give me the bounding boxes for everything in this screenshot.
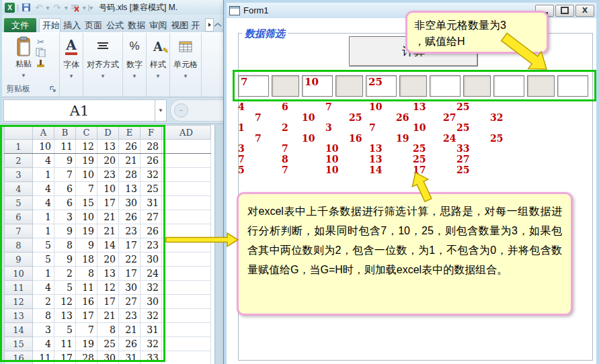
- column-header[interactable]: D: [97, 126, 119, 140]
- sheet-cell[interactable]: 32: [141, 337, 162, 351]
- sheet-cell[interactable]: 21: [97, 210, 119, 224]
- column-header[interactable]: AD: [162, 126, 211, 140]
- sheet-cell[interactable]: [162, 224, 211, 238]
- sheet-cell[interactable]: 8: [76, 267, 97, 281]
- sheet-cell[interactable]: 30: [119, 196, 141, 210]
- sheet-cell[interactable]: [162, 351, 211, 364]
- row-header[interactable]: 3: [5, 168, 33, 182]
- sheet-cell[interactable]: 4: [33, 196, 54, 210]
- name-box[interactable]: A1: [3, 99, 155, 122]
- row-header[interactable]: 14: [5, 323, 33, 337]
- sheet-cell[interactable]: 10: [76, 210, 97, 224]
- sheet-cell[interactable]: 17: [54, 351, 76, 364]
- row-header[interactable]: 6: [5, 210, 33, 224]
- sheet-cell[interactable]: [162, 267, 211, 281]
- form-textbox[interactable]: [557, 75, 588, 97]
- sheet-cell[interactable]: 3: [54, 210, 76, 224]
- redo-icon[interactable]: ↷: [52, 2, 63, 13]
- sheet-cell[interactable]: [162, 168, 211, 182]
- sheet-cell[interactable]: 20: [97, 154, 119, 168]
- sheet-cell[interactable]: 19: [76, 154, 97, 168]
- chevron-down-icon[interactable]: ▼: [155, 73, 161, 79]
- select-all-corner[interactable]: [5, 126, 33, 140]
- sheet-cell[interactable]: 23: [97, 168, 119, 182]
- tab-file[interactable]: 文件: [4, 18, 36, 32]
- sheet-cell[interactable]: 3: [33, 323, 54, 337]
- insert-function-icon[interactable]: −: [174, 103, 188, 118]
- row-header[interactable]: 13: [5, 309, 33, 323]
- sheet-cell[interactable]: 5: [54, 323, 76, 337]
- column-header[interactable]: C: [76, 126, 97, 140]
- sheet-cell[interactable]: [162, 238, 211, 253]
- sheet-cell[interactable]: 32: [141, 168, 162, 182]
- sheet-cell[interactable]: 21: [119, 154, 141, 168]
- form-textbox[interactable]: [399, 75, 427, 97]
- sheet-cell[interactable]: [162, 295, 211, 309]
- sheet-cell[interactable]: 7: [76, 323, 97, 337]
- row-header[interactable]: 11: [5, 281, 33, 295]
- ribbon-group-font[interactable]: A 字体 ▼: [60, 33, 83, 97]
- sheet-cell[interactable]: 8: [33, 309, 54, 323]
- custom-command-icon[interactable]: [70, 2, 81, 13]
- tab-review[interactable]: 审阅: [147, 18, 168, 32]
- maximize-button[interactable]: [555, 5, 574, 17]
- sheet-cell[interactable]: 14: [97, 238, 119, 253]
- sheet-cell[interactable]: 1: [33, 267, 54, 281]
- row-header[interactable]: 15: [5, 337, 33, 351]
- sheet-cell[interactable]: 13: [97, 267, 119, 281]
- ribbon-group-styles[interactable]: A✎ 样式 ▼: [147, 33, 170, 97]
- sheet-cell[interactable]: 4: [33, 182, 54, 196]
- sheet-cell[interactable]: 8: [54, 238, 76, 253]
- sheet-cell[interactable]: 22: [119, 253, 141, 267]
- sheet-cell[interactable]: 10: [97, 182, 119, 196]
- sheet-cell[interactable]: 6: [54, 196, 76, 210]
- sheet-cell[interactable]: [162, 154, 211, 168]
- sheet-cell[interactable]: [162, 140, 211, 154]
- tab-formulas[interactable]: 公式: [104, 18, 125, 32]
- sheet-cell[interactable]: 21: [97, 309, 119, 323]
- sheet-cell[interactable]: 5: [33, 238, 54, 253]
- sheet-cell[interactable]: 13: [54, 309, 76, 323]
- sheet-cell[interactable]: 17: [76, 309, 97, 323]
- sheet-cell[interactable]: 31: [141, 323, 162, 337]
- tab-view[interactable]: 视图: [168, 18, 190, 32]
- form-textbox[interactable]: [430, 75, 461, 97]
- format-painter-icon[interactable]: [36, 58, 46, 68]
- row-header[interactable]: 16: [5, 351, 33, 364]
- sheet-cell[interactable]: 11: [54, 337, 76, 351]
- sheet-cell[interactable]: 9: [54, 154, 76, 168]
- sheet-cell[interactable]: 6: [54, 182, 76, 196]
- dialog-launcher-icon[interactable]: [49, 85, 56, 93]
- sheet-cell[interactable]: 30: [141, 295, 162, 309]
- sheet-cell[interactable]: 33: [141, 351, 162, 364]
- row-header[interactable]: 7: [5, 224, 33, 238]
- sheet-cell[interactable]: 5: [54, 281, 76, 295]
- sheet-cell[interactable]: 20: [97, 253, 119, 267]
- ribbon-collapse-icon[interactable]: [214, 19, 222, 30]
- cut-icon[interactable]: ✂: [37, 38, 44, 46]
- sheet-cell[interactable]: 32: [141, 281, 162, 295]
- sheet-cell[interactable]: 1: [33, 168, 54, 182]
- tab-home[interactable]: 开始: [39, 18, 61, 32]
- row-header[interactable]: 8: [5, 238, 33, 253]
- form-textbox[interactable]: [493, 75, 524, 97]
- sheet-cell[interactable]: 7: [54, 168, 76, 182]
- form-textbox[interactable]: [335, 75, 363, 97]
- sheet-cell[interactable]: 24: [141, 267, 162, 281]
- sheet-cell[interactable]: 9: [76, 238, 97, 253]
- sheet-cell[interactable]: 32: [141, 309, 162, 323]
- sheet-cell[interactable]: 30: [119, 281, 141, 295]
- sheet-cell[interactable]: 31: [141, 196, 162, 210]
- sheet-cell[interactable]: 4: [33, 337, 54, 351]
- chevron-down-icon[interactable]: ▼: [21, 73, 26, 79]
- form-textbox[interactable]: 10: [302, 75, 333, 97]
- chevron-down-icon[interactable]: ▼: [183, 73, 188, 79]
- paste-button[interactable]: 粘贴 ▼: [15, 36, 32, 79]
- sheet-cell[interactable]: 4: [33, 154, 54, 168]
- column-header[interactable]: B: [54, 126, 76, 140]
- form-textbox[interactable]: 7: [238, 75, 269, 97]
- sheet-cell[interactable]: 27: [119, 295, 141, 309]
- tab-developer[interactable]: 开: [190, 18, 205, 32]
- sheet-cell[interactable]: 13: [119, 182, 141, 196]
- sheet-cell[interactable]: 28: [76, 351, 97, 364]
